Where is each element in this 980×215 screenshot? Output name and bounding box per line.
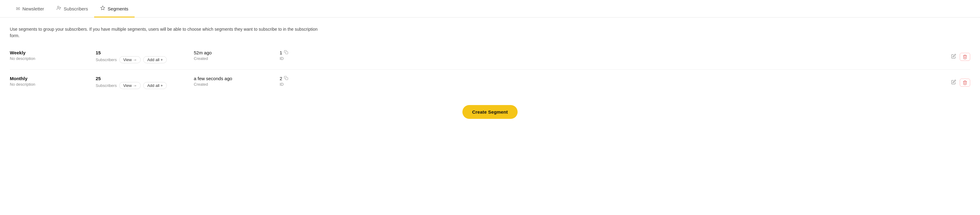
segment-id-label: ID <box>280 56 970 61</box>
segment-row: Monthly No description 25 Subscribers Vi… <box>10 70 970 95</box>
view-subscribers-button[interactable]: View → <box>119 56 141 63</box>
view-subscribers-button[interactable]: View → <box>119 82 141 89</box>
segment-actions <box>950 53 970 61</box>
svg-marker-1 <box>100 6 105 10</box>
segment-created-label: Created <box>194 56 280 61</box>
segment-id-label: ID <box>280 82 970 87</box>
segment-name: Monthly <box>10 76 95 81</box>
segment-actions <box>950 78 970 87</box>
segment-name-col: Weekly No description <box>10 50 95 61</box>
segment-subscribers-col: 25 Subscribers View → Add all + <box>95 76 194 89</box>
tab-newsletter-label: Newsletter <box>22 6 44 11</box>
segment-id-number: 2 <box>280 76 282 81</box>
segment-subscribers-col: 15 Subscribers View → Add all + <box>95 50 194 63</box>
segment-created-label: Created <box>194 82 280 87</box>
segment-description: No description <box>10 56 95 61</box>
segment-time-col: 52m ago Created <box>194 50 280 61</box>
segment-time: 52m ago <box>194 50 280 55</box>
description: Use segments to group your subscribers. … <box>0 18 337 44</box>
newsletter-icon: ✉ <box>16 6 20 12</box>
tab-segments[interactable]: Segments <box>94 0 135 18</box>
svg-point-0 <box>57 6 59 8</box>
copy-id-icon[interactable] <box>284 76 288 81</box>
tab-segments-label: Segments <box>108 6 129 11</box>
copy-id-icon[interactable] <box>284 50 288 55</box>
segment-id-col: 2 ID <box>280 76 970 87</box>
segment-count: 25 <box>95 76 194 81</box>
tabs-nav: ✉ Newsletter Subscribers Segments <box>0 0 980 18</box>
segment-id-col: 1 ID <box>280 50 970 61</box>
svg-rect-2 <box>286 51 288 54</box>
subscribers-icon <box>56 6 61 12</box>
edit-segment-button[interactable] <box>950 53 957 61</box>
tab-subscribers-label: Subscribers <box>64 6 88 11</box>
segment-subscribers-label: Subscribers <box>95 83 117 88</box>
segment-description: No description <box>10 82 95 87</box>
segment-name: Weekly <box>10 50 95 55</box>
tab-newsletter[interactable]: ✉ Newsletter <box>10 0 50 18</box>
create-segment-wrapper: Create Segment <box>0 95 980 129</box>
segments-list: Weekly No description 15 Subscribers Vie… <box>0 44 980 95</box>
segment-time-col: a few seconds ago Created <box>194 76 280 87</box>
segment-row: Weekly No description 15 Subscribers Vie… <box>10 44 970 70</box>
segment-subscribers-label: Subscribers <box>95 58 117 62</box>
create-segment-button[interactable]: Create Segment <box>462 105 518 119</box>
delete-segment-button[interactable] <box>960 53 970 61</box>
delete-segment-button[interactable] <box>960 79 970 87</box>
segment-count: 15 <box>95 50 194 55</box>
segment-time: a few seconds ago <box>194 76 280 81</box>
tab-subscribers[interactable]: Subscribers <box>50 0 94 18</box>
segments-icon <box>100 6 105 12</box>
segment-name-col: Monthly No description <box>10 76 95 87</box>
edit-segment-button[interactable] <box>950 78 957 87</box>
svg-rect-3 <box>286 77 288 80</box>
segment-id-number: 1 <box>280 50 282 55</box>
add-all-button[interactable]: Add all + <box>143 82 167 89</box>
add-all-button[interactable]: Add all + <box>143 56 167 63</box>
